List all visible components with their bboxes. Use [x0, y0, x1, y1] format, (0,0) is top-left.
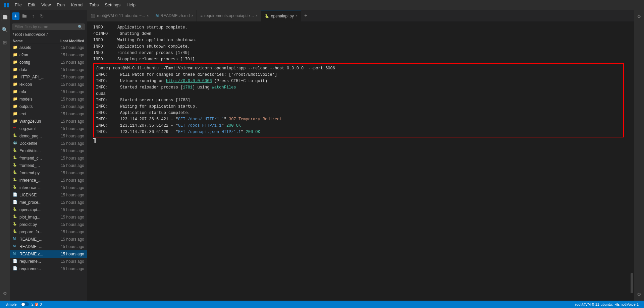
- list-item[interactable]: 🐍 EmotiVoic... 15 hours ago: [10, 147, 87, 155]
- folder-icon: 📁: [13, 67, 18, 72]
- list-item[interactable]: 📁 models 15 hours ago: [10, 96, 87, 103]
- file-modified-label: 15 hours ago: [54, 148, 84, 153]
- list-item[interactable]: 📁 WangZeJun 15 hours ago: [10, 118, 87, 125]
- list-item[interactable]: 📁 config 15 hours ago: [10, 59, 87, 66]
- file-name-label: README.z...: [19, 252, 54, 256]
- svg-rect-1: [7, 3, 9, 5]
- menu-help[interactable]: Help: [124, 2, 138, 8]
- file-modified-label: 15 hours ago: [54, 45, 84, 50]
- list-item[interactable]: 📄 LICENSE 15 hours ago: [10, 191, 87, 199]
- md-icon: M: [13, 244, 18, 249]
- file-name-label: inference_...: [19, 185, 54, 190]
- file-name-label: c2an: [19, 53, 54, 57]
- activity-files-icon[interactable]: [1, 13, 9, 21]
- editor-scrollbar[interactable]: [630, 22, 634, 301]
- status-toggle[interactable]: [21, 302, 29, 306]
- folder-icon: 📁: [13, 45, 18, 50]
- search-input[interactable]: [14, 24, 78, 29]
- list-item[interactable]: 📁 outputs 15 hours ago: [10, 103, 87, 110]
- menu-tabs[interactable]: Tabs: [87, 2, 101, 8]
- activity-search-icon[interactable]: 🔍: [1, 25, 9, 34]
- file-modified-label: 15 hours ago: [54, 112, 84, 116]
- menu-file[interactable]: File: [12, 2, 24, 8]
- new-file-button[interactable]: +: [12, 12, 19, 20]
- py-icon: 🐍: [13, 229, 18, 235]
- list-item[interactable]: 🐍 demo_pag... 15 hours ago: [10, 132, 87, 140]
- output-line: INFO: Will watch for changes in these di…: [96, 72, 621, 78]
- tab-readme-zh[interactable]: M README.zh.md ×: [152, 10, 197, 22]
- terminal-tab-icon: ⬛: [91, 14, 95, 18]
- list-item[interactable]: 📁 c2an 15 hours ago: [10, 51, 87, 59]
- list-item[interactable]: 🐳 Dockerfile 15 hours ago: [10, 140, 87, 147]
- upload-button[interactable]: ↑: [30, 12, 37, 20]
- list-item[interactable]: 🐍 predict.py 15 hours ago: [10, 221, 87, 228]
- add-tab-button[interactable]: +: [301, 10, 311, 22]
- file-name-label: frontend.py: [19, 171, 54, 175]
- list-item[interactable]: 🐍 prepare_fo... 15 hours ago: [10, 228, 87, 236]
- status-mode[interactable]: Simple: [3, 302, 19, 306]
- list-item[interactable]: 📄 requireme... 15 hours ago: [10, 258, 87, 265]
- list-item[interactable]: 🐍 plot_imag... 15 hours ago: [10, 213, 87, 221]
- requirements-tab-label: requirements.openaiapi.tx...: [204, 13, 254, 18]
- activity-extensions-icon[interactable]: ⊞: [1, 38, 9, 47]
- tab-openaiapi[interactable]: 🐍 openaiapi.py ×: [261, 10, 301, 22]
- tab-terminal[interactable]: ⬛ root@VM-0-11-ubuntu: ~... ×: [87, 10, 152, 22]
- readme-tab-close[interactable]: ×: [192, 14, 194, 18]
- py-icon: 🐍: [13, 207, 18, 212]
- list-item[interactable]: Y: cog.yaml 15 hours ago: [10, 125, 87, 132]
- right-settings-icon[interactable]: ⚙: [636, 13, 643, 20]
- menu-view[interactable]: View: [39, 2, 53, 8]
- readme-tab-icon: M: [156, 14, 159, 18]
- file-list-header: Name Last Modified: [10, 38, 87, 44]
- file-name-label: README_...: [19, 237, 54, 242]
- list-item[interactable]: M README_... 15 hours ago: [10, 243, 87, 250]
- refresh-button[interactable]: ↻: [38, 12, 46, 20]
- output-line: INFO: Waiting for application startup.: [96, 104, 621, 110]
- list-item[interactable]: 📁 data 15 hours ago: [10, 66, 87, 73]
- list-item[interactable]: 📁 assets 15 hours ago: [10, 44, 87, 51]
- tab-requirements[interactable]: ≡ requirements.openaiapi.tx... ×: [197, 10, 261, 22]
- list-item[interactable]: 🐍 inference_... 15 hours ago: [10, 184, 87, 191]
- file-name-label: plot_imag...: [19, 215, 54, 220]
- terminal-tab-close[interactable]: ×: [147, 14, 149, 18]
- right-settings-icon-2[interactable]: ⚙: [636, 291, 643, 298]
- file-modified-label: 15 hours ago: [54, 67, 84, 72]
- activity-settings-icon[interactable]: ⚙: [1, 289, 9, 298]
- svg-rect-2: [4, 5, 6, 7]
- menu-settings[interactable]: Settings: [102, 2, 123, 8]
- list-item[interactable]: 🐍 openaiapi.... 15 hours ago: [10, 206, 87, 213]
- scrollbar-thumb[interactable]: [631, 273, 633, 293]
- file-modified-label: 15 hours ago: [54, 193, 84, 197]
- explorer-toolbar: + ↑ ↻: [10, 10, 87, 22]
- app-logo: [3, 1, 10, 9]
- list-item[interactable]: 🐍 inference_... 15 hours ago: [10, 177, 87, 184]
- menu-kernel[interactable]: Kernel: [68, 2, 86, 8]
- new-folder-button[interactable]: [21, 12, 28, 20]
- file-modified-label: 15 hours ago: [54, 207, 84, 212]
- list-item[interactable]: 📁 text 15 hours ago: [10, 110, 87, 118]
- openaiapi-tab-close[interactable]: ×: [296, 14, 298, 18]
- requirements-tab-close[interactable]: ×: [256, 14, 258, 18]
- list-item[interactable]: 📁 mfa 15 hours ago: [10, 88, 87, 96]
- list-item[interactable]: 📄 mel_proce... 15 hours ago: [10, 199, 87, 206]
- list-item[interactable]: M README_... 15 hours ago: [10, 236, 87, 243]
- file-name-label: prepare_fo...: [19, 230, 54, 234]
- menu-edit[interactable]: Edit: [25, 2, 38, 8]
- list-item[interactable]: 🐍 frontend_... 15 hours ago: [10, 162, 87, 169]
- search-icon: 🔍: [78, 25, 83, 29]
- menu-run[interactable]: Run: [54, 2, 67, 8]
- file-search-box[interactable]: 🔍: [12, 23, 85, 30]
- list-item[interactable]: 📁 lexicon 15 hours ago: [10, 81, 87, 88]
- list-item[interactable]: 📁 HTTP_API_... 15 hours ago: [10, 73, 87, 81]
- file-modified-label: 15 hours ago: [54, 156, 84, 161]
- list-item[interactable]: 🐍 frontend_c... 15 hours ago: [10, 155, 87, 162]
- license-icon: 📄: [13, 192, 18, 198]
- list-item[interactable]: 📄 requireme... 15 hours ago: [10, 265, 87, 272]
- col-name-header[interactable]: Name: [13, 39, 54, 43]
- editor-main[interactable]: INFO: Application startup complete. ^CIN…: [88, 22, 630, 301]
- status-path[interactable]: root@VM-0-11-ubuntu: ~/EmotiVoice 1: [573, 302, 641, 306]
- list-item[interactable]: M README.z... 15 hours ago: [10, 250, 87, 258]
- txt-icon: 📄: [13, 259, 18, 264]
- file-name-label: text: [19, 112, 54, 116]
- list-item[interactable]: 🐍 frontend.py 15 hours ago: [10, 169, 87, 177]
